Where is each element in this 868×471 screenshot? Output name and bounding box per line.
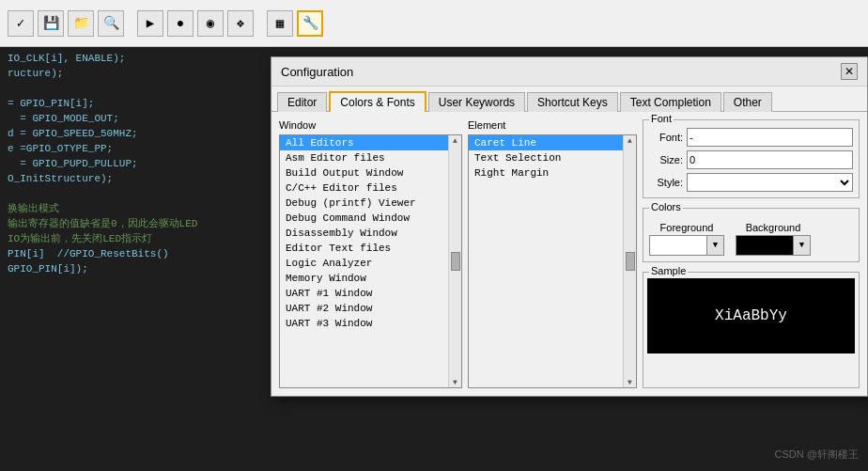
- background-swatch-row: ▼: [736, 235, 811, 256]
- element-item-text-selection[interactable]: Text Selection: [469, 150, 623, 165]
- code-line: e =GPIO_OTYPE_PP;: [8, 141, 265, 156]
- size-input[interactable]: [687, 150, 853, 169]
- colors-group: Colors Foreground ▼ Background: [643, 208, 860, 262]
- dialog-close-button[interactable]: ✕: [841, 63, 858, 80]
- font-group: Font Font: Size: Style:: [643, 119, 860, 198]
- scrollbar-down-arrow[interactable]: ▼: [449, 378, 461, 386]
- list-item-uart3[interactable]: UART #3 Window: [280, 316, 448, 331]
- tabs-bar: Editor Colors & Fonts User Keywords Shor…: [271, 86, 867, 112]
- code-line: O_InitStructure);: [8, 171, 265, 186]
- toolbar-btn-multi[interactable]: ❖: [227, 10, 254, 37]
- font-group-title: Font: [649, 113, 674, 124]
- element-section-title: Element: [468, 119, 637, 131]
- code-line: 输出寄存器的值缺省是0，因此会驱动LED: [8, 216, 265, 231]
- code-line: IO为输出前，先关闭LED指示灯: [8, 231, 265, 246]
- font-input[interactable]: [687, 128, 853, 147]
- code-line: ructure);: [8, 66, 265, 81]
- list-item-debug-printf[interactable]: Debug (printf) Viewer: [280, 196, 448, 211]
- style-select[interactable]: [687, 173, 853, 192]
- sample-text: XiAaBbYy: [715, 307, 787, 324]
- code-line: 换输出模式: [8, 201, 265, 216]
- size-label: Size:: [649, 154, 683, 165]
- list-item-uart2[interactable]: UART #2 Window: [280, 301, 448, 316]
- dialog-titlebar: Configuration ✕: [271, 57, 867, 86]
- list-item-cpp-editor[interactable]: C/C++ Editor files: [280, 181, 448, 196]
- toolbar-btn-save[interactable]: 💾: [38, 10, 64, 37]
- tab-other[interactable]: Other: [723, 92, 772, 112]
- element-scrollbar-down[interactable]: ▼: [624, 378, 636, 386]
- list-item-uart1[interactable]: UART #1 Window: [280, 286, 448, 301]
- element-item-right-margin[interactable]: Right Margin: [469, 165, 623, 181]
- dialog-body: Window All Editors Asm Editor files Buil…: [271, 112, 867, 396]
- window-list-wrapper: All Editors Asm Editor files Build Outpu…: [279, 134, 462, 388]
- element-scrollbar-up[interactable]: ▲: [624, 136, 636, 145]
- tab-editor[interactable]: Editor: [277, 92, 327, 112]
- toolbar-btn-build[interactable]: ▶: [137, 10, 163, 37]
- window-section-title: Window: [279, 119, 462, 131]
- foreground-swatch-row: ▼: [649, 235, 724, 256]
- code-line: IO_CLK[i], ENABLE);: [8, 51, 265, 66]
- code-line: = GPIO_PUPD_PULLUP;: [8, 156, 265, 171]
- font-label: Font:: [649, 132, 683, 143]
- dialog-title: Configuration: [281, 65, 353, 79]
- element-list-wrapper: Caret Line Text Selection Right Margin ▲…: [468, 134, 637, 388]
- font-row: Font:: [649, 128, 853, 147]
- scrollbar-up-arrow[interactable]: ▲: [449, 136, 461, 145]
- style-row: Style:: [649, 173, 853, 192]
- background-dropdown-btn[interactable]: ▼: [793, 236, 810, 255]
- code-editor: IO_CLK[i], ENABLE); ructure); = GPIO_PIN…: [0, 47, 272, 471]
- code-line: = GPIO_PIN[i];: [8, 96, 265, 111]
- code-line: [8, 186, 265, 201]
- foreground-item: Foreground ▼: [649, 222, 724, 256]
- element-list[interactable]: Caret Line Text Selection Right Margin: [469, 135, 623, 387]
- toolbar-btn-open[interactable]: 📁: [68, 10, 94, 37]
- foreground-swatch[interactable]: [650, 236, 706, 255]
- watermark: CSDN @轩阁楼王: [775, 447, 859, 462]
- background-label: Background: [746, 222, 801, 233]
- style-label: Style:: [649, 177, 683, 188]
- background-swatch[interactable]: [736, 236, 793, 255]
- element-list-scrollbar[interactable]: ▲ ▼: [623, 135, 636, 387]
- code-line: [8, 81, 265, 96]
- list-item-all-editors[interactable]: All Editors: [280, 135, 448, 150]
- editor-background: ✓ 💾 📁 🔍 ▶ ● ◉ ❖ ▦ 🔧 IO_CLK[i], ENABLE); …: [0, 0, 868, 471]
- list-item-build-output[interactable]: Build Output Window: [280, 165, 448, 181]
- list-item-debug-command[interactable]: Debug Command Window: [280, 211, 448, 226]
- toolbar-btn-wrench[interactable]: 🔧: [297, 10, 323, 37]
- list-item-editor-text[interactable]: Editor Text files: [280, 241, 448, 256]
- code-line: = GPIO_MODE_OUT;: [8, 111, 265, 126]
- toolbar-btn-circle1[interactable]: ●: [167, 10, 194, 37]
- toolbar-btn-window[interactable]: ▦: [267, 10, 293, 37]
- code-line: PIN[i] //GPIO_ResetBits(): [8, 246, 265, 261]
- tab-text-completion[interactable]: Text Completion: [620, 92, 721, 112]
- tab-shortcut-keys[interactable]: Shortcut Keys: [527, 92, 618, 112]
- tab-user-keywords[interactable]: User Keywords: [428, 92, 525, 112]
- toolbar-btn-stop[interactable]: ◉: [197, 10, 224, 37]
- toolbar-btn-check[interactable]: ✓: [8, 10, 34, 37]
- window-list[interactable]: All Editors Asm Editor files Build Outpu…: [280, 135, 448, 387]
- background-item: Background ▼: [736, 222, 811, 256]
- list-item-memory-window[interactable]: Memory Window: [280, 271, 448, 286]
- config-dialog: Configuration ✕ Editor Colors & Fonts Us…: [271, 56, 868, 397]
- foreground-dropdown-btn[interactable]: ▼: [706, 236, 723, 255]
- tab-colors-fonts[interactable]: Colors & Fonts: [329, 91, 426, 112]
- element-scrollbar-thumb[interactable]: [626, 252, 635, 271]
- element-section-wrapper: Element Caret Line Text Selection Right …: [468, 119, 637, 388]
- code-line: GPIO_PIN[i]);: [8, 261, 265, 276]
- element-item-caret-line[interactable]: Caret Line: [469, 135, 623, 150]
- list-item-logic-analyzer[interactable]: Logic Analyzer: [280, 256, 448, 271]
- window-section-wrapper: Window All Editors Asm Editor files Buil…: [279, 119, 462, 388]
- scrollbar-thumb[interactable]: [451, 252, 460, 271]
- list-item-asm-editor[interactable]: Asm Editor files: [280, 150, 448, 165]
- size-row: Size:: [649, 150, 853, 169]
- foreground-label: Foreground: [660, 222, 714, 233]
- right-panel: Font Font: Size: Style:: [643, 119, 860, 388]
- toolbar-btn-find[interactable]: 🔍: [98, 10, 124, 37]
- list-item-disassembly[interactable]: Disassembly Window: [280, 226, 448, 241]
- sample-display: XiAaBbYy: [647, 278, 855, 353]
- sample-group: Sample XiAaBbYy: [643, 272, 860, 388]
- colors-group-title: Colors: [649, 201, 683, 212]
- window-list-scrollbar[interactable]: ▲ ▼: [448, 135, 461, 387]
- code-line: d = GPIO_SPEED_50MHZ;: [8, 126, 265, 141]
- sample-group-title: Sample: [649, 265, 688, 276]
